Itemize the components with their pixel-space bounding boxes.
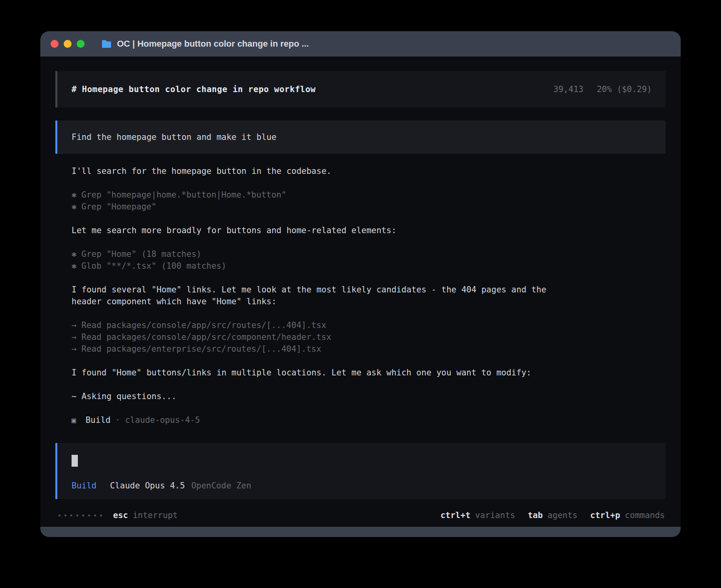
- user-message: Find the homepage button and make it blu…: [55, 121, 666, 154]
- session-header: # Homepage button color change in repo w…: [55, 71, 666, 107]
- spinner-dot: [59, 514, 60, 516]
- esc-key: esc: [113, 509, 128, 521]
- input-meta: Build Claude Opus 4.5 OpenCode Zen: [72, 481, 666, 490]
- window-titlebar[interactable]: OC | Homepage button color change in rep…: [40, 31, 681, 57]
- agent-name: Build: [85, 414, 110, 426]
- folder-icon: [101, 40, 112, 49]
- assistant-text: I found several "Home" links. Let me loo…: [72, 284, 566, 307]
- terminal-window: OC | Homepage button color change in rep…: [40, 31, 681, 537]
- hint-commands: ctrl+p commands: [590, 509, 665, 521]
- input-provider-label: OpenCode Zen: [191, 481, 251, 490]
- tool-asterisk-icon: ✱: [72, 201, 77, 213]
- text-cursor: [72, 455, 78, 467]
- assistant-text: Let me search more broadly for buttons a…: [72, 224, 566, 236]
- tool-call-grep: ✱Grep "homepage|home.*button|Home.*butto…: [72, 189, 666, 201]
- esc-label: interrupt: [133, 509, 178, 521]
- separator-dot: ·: [115, 414, 121, 426]
- assistant-text: I found "Home" buttons/links in multiple…: [72, 367, 566, 379]
- token-count: 39,413: [553, 85, 583, 94]
- spinner-dot: [82, 514, 84, 516]
- arrow-right-icon: →: [72, 343, 77, 355]
- spinner-dot: [88, 514, 90, 516]
- spinner-dot: [76, 514, 78, 516]
- conversation: I'll search for the homepage button in t…: [55, 154, 666, 426]
- input-agent-label: Build: [72, 481, 96, 490]
- spinner-dots: [59, 514, 102, 516]
- assistant-text: I'll search for the homepage button in t…: [72, 165, 566, 177]
- close-button[interactable]: [51, 40, 59, 48]
- tool-call-group: ✱Grep "Home" (18 matches) ✱Glob "**/*.ts…: [72, 248, 666, 272]
- spinner-dot: [70, 514, 72, 516]
- context-usage: 20% ($0.29): [597, 85, 652, 94]
- tool-call-grep: ✱Grep "Home" (18 matches): [72, 248, 666, 260]
- prompt-input[interactable]: Build Claude Opus 4.5 OpenCode Zen: [55, 443, 666, 499]
- working-status: ~ Asking questions...: [72, 390, 566, 402]
- tool-asterisk-icon: ✱: [72, 248, 77, 260]
- window-title: OC | Homepage button color change in rep…: [117, 39, 309, 49]
- tool-call-read: →Read packages/enterprise/src/routes/[..…: [72, 343, 666, 355]
- hint-esc-interrupt: esc interrupt: [113, 509, 178, 521]
- input-model-label: Claude Opus 4.5: [110, 481, 185, 490]
- traffic-lights: [51, 40, 85, 48]
- agent-indicator: ▣ Build · claude-opus-4-5: [72, 414, 666, 426]
- minimize-button[interactable]: [64, 40, 72, 48]
- hint-variants: ctrl+t variants: [440, 509, 515, 521]
- tool-asterisk-icon: ✱: [72, 260, 77, 272]
- tool-call-group: ✱Grep "homepage|home.*button|Home.*butto…: [72, 189, 666, 213]
- zoom-button[interactable]: [77, 40, 85, 48]
- hint-agents: tab agents: [528, 509, 578, 521]
- session-stats: 39,413 20% ($0.29): [553, 85, 652, 94]
- status-bar: esc interrupt ctrl+t variants tab agents…: [55, 509, 666, 521]
- user-message-text: Find the homepage button and make it blu…: [72, 132, 276, 142]
- agent-model: claude-opus-4-5: [125, 414, 200, 426]
- terminal-content: # Homepage button color change in repo w…: [40, 57, 681, 527]
- arrow-right-icon: →: [72, 331, 77, 343]
- tool-asterisk-icon: ✱: [72, 189, 77, 201]
- agent-square-icon: ▣: [72, 414, 76, 426]
- spinner-dot: [64, 514, 66, 516]
- tool-call-read: →Read packages/console/app/src/routes/[.…: [72, 319, 666, 331]
- session-title: # Homepage button color change in repo w…: [72, 85, 316, 94]
- tool-call-glob: ✱Glob "**/*.tsx" (100 matches): [72, 260, 666, 272]
- tool-call-read: →Read packages/console/app/src/component…: [72, 331, 666, 343]
- hint-shortcuts: ctrl+t variants tab agents ctrl+p comman…: [440, 509, 665, 521]
- arrow-right-icon: →: [72, 319, 77, 331]
- spinner-dot: [100, 514, 102, 516]
- spinner-dot: [94, 514, 96, 516]
- tool-call-grep: ✱Grep "Homepage": [72, 201, 666, 213]
- tool-call-group: →Read packages/console/app/src/routes/[.…: [72, 319, 666, 355]
